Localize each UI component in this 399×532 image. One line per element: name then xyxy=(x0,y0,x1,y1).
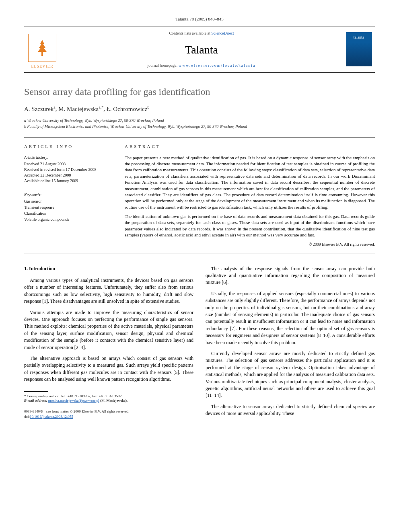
column-right: The analysis of the response signals fro… xyxy=(206,265,375,421)
journal-banner: ELSEVIER Contents lists available at Sci… xyxy=(24,26,375,73)
elsevier-tree-icon xyxy=(28,34,56,62)
history-block: Article history: Received 21 August 2008… xyxy=(24,155,113,188)
body-paragraph: The alternative to sensor arrays dedicat… xyxy=(206,403,375,417)
bottom-info: 0039-9140/$ – see front matter © 2009 El… xyxy=(24,409,193,419)
doi-line: doi:10.1016/j.talanta.2008.12.055 xyxy=(24,414,193,419)
body-paragraph: The analysis of the response signals fro… xyxy=(206,265,375,286)
affiliations: a Wrocław University of Technology, Wyb.… xyxy=(24,117,375,129)
homepage-line: journal homepage: www.elsevier.com/locat… xyxy=(147,63,255,68)
author: M. Maciejewskaa,* xyxy=(58,106,103,112)
abstract-p1: The paper presents a new method of quali… xyxy=(125,155,375,211)
tree-icon xyxy=(32,38,52,58)
abstract-block: ABSTRACT The paper presents a new method… xyxy=(125,144,375,247)
author: A. Szczureka xyxy=(24,106,56,112)
footnotes: * Corresponding author. Tel.: +48 713203… xyxy=(24,394,193,403)
body-paragraph: Usually, the responses of applied sensor… xyxy=(206,290,375,346)
body-columns: 1. Introduction Among various types of a… xyxy=(24,265,375,421)
meta-row: ARTICLE INFO Article history: Received 2… xyxy=(24,138,375,253)
footnote-separator xyxy=(24,391,48,392)
history-item: Accepted 22 December 2008 xyxy=(24,173,113,178)
corresponding-note: * Corresponding author. Tel.: +48 713203… xyxy=(24,394,193,399)
affiliation: a Wrocław University of Technology, Wyb.… xyxy=(24,117,375,123)
author-list: A. Szczureka, M. Maciejewskaa,*, Ł. Ochr… xyxy=(24,105,375,113)
issn-line: 0039-9140/$ – see front matter © 2009 El… xyxy=(24,409,193,414)
banner-center: Contents lists available at ScienceDirec… xyxy=(60,27,343,72)
doi-link[interactable]: 10.1016/j.talanta.2008.12.055 xyxy=(30,415,73,419)
article-info: ARTICLE INFO Article history: Received 2… xyxy=(24,144,113,247)
body-paragraph: Various attempts are made to improve the… xyxy=(24,309,193,351)
publisher-block: ELSEVIER xyxy=(24,27,60,72)
copyright: © 2009 Elsevier B.V. All rights reserved… xyxy=(125,242,375,247)
keyword: Transient response xyxy=(24,205,113,210)
article-info-heading: ARTICLE INFO xyxy=(24,144,113,150)
author: Ł. Ochromowiczb xyxy=(107,106,150,112)
body-paragraph: The alternative approach is based on arr… xyxy=(24,355,193,383)
email-link[interactable]: monika.maciejewska@pwr.wroc.pl xyxy=(48,398,99,403)
abstract-heading: ABSTRACT xyxy=(125,144,375,150)
homepage-link[interactable]: www.elsevier.com/locate/talanta xyxy=(179,63,256,68)
column-left: 1. Introduction Among various types of a… xyxy=(24,265,193,421)
cover-block: talanta xyxy=(343,27,375,72)
citation: Talanta 78 (2009) 840–845 xyxy=(175,16,223,21)
contents-line: Contents lists available at ScienceDirec… xyxy=(169,31,234,36)
keywords-label: Keywords: xyxy=(24,192,113,198)
keyword: Classification xyxy=(24,211,113,216)
publisher-name: ELSEVIER xyxy=(31,64,53,69)
history-label: Article history: xyxy=(24,155,113,160)
sciencedirect-link[interactable]: ScienceDirect xyxy=(211,31,234,35)
body-paragraph: Among various types of analytical instru… xyxy=(24,277,193,305)
history-item: Available online 15 January 2009 xyxy=(24,178,113,184)
journal-cover-thumb: talanta xyxy=(346,32,372,66)
history-item: Received 21 August 2008 xyxy=(24,161,113,167)
article-title: Sensor array data profiling for gas iden… xyxy=(24,85,375,99)
email-line: E-mail address: monika.maciejewska@pwr.w… xyxy=(24,398,193,403)
body-paragraph: Currently developed sensor arrays are mo… xyxy=(206,350,375,399)
keyword: Gas sensor xyxy=(24,199,113,204)
abstract-p2: The identification of unknown gas is per… xyxy=(125,214,375,238)
history-item: Received in revised form 17 December 200… xyxy=(24,167,113,173)
affiliation: b Faculty of Microsystem Electronics and… xyxy=(24,123,375,129)
section-heading: 1. Introduction xyxy=(24,265,193,272)
running-header: Talanta 78 (2009) 840–845 xyxy=(24,16,375,22)
keyword: Volatile organic compounds xyxy=(24,217,113,222)
journal-name: Talanta xyxy=(185,42,218,58)
keywords-list: Gas sensor Transient response Classifica… xyxy=(24,199,113,222)
